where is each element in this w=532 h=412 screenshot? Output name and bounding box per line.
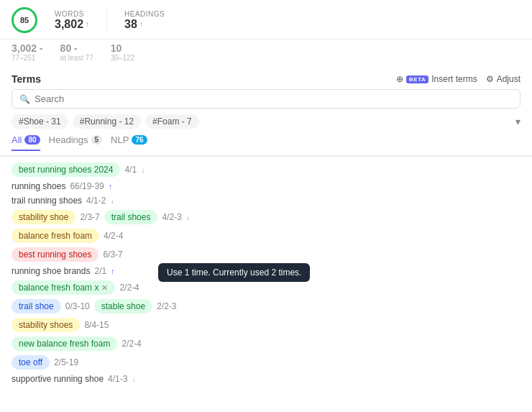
search-box[interactable]: 🔍 [12, 89, 520, 109]
table-row: new balance fresh foam 2/2-4 [12, 337, 520, 351]
term-label: trail running shoes [12, 196, 82, 206]
term-arrow: ↓ [141, 165, 145, 174]
adjust-icon: ⚙ [486, 74, 494, 84]
term-count: 4/2-4 [104, 231, 123, 241]
term-chip-trail-shoes[interactable]: trail shoes [104, 210, 158, 224]
table-row: trail shoe 0/3-10 stable shoe 2/2-3 [12, 299, 520, 313]
tab-headings[interactable]: Headings 5 [49, 134, 103, 151]
chip-x-icon[interactable]: ✕ [101, 283, 108, 293]
partial-stat-2: 80 - at least 77 [60, 42, 93, 62]
tag-foam-label: #Foam - 7 [152, 116, 192, 127]
partial-range-2: at least 77 [60, 54, 93, 62]
tag-filters: #Shoe - 31 #Running - 12 #Foam - 7 ▾ [0, 114, 532, 134]
table-row: trail running shoes 4/1-2 ↓ [12, 196, 520, 206]
adjust-label: Adjust [497, 74, 520, 84]
insert-terms-label: Insert terms [431, 74, 477, 84]
partial-stat-1: 3,002 - 77–251 [12, 42, 43, 62]
tab-nlp-label: NLP [111, 134, 129, 145]
term-count: 66/19-39 [70, 181, 104, 191]
tag-pill-foam[interactable]: #Foam - 7 [145, 114, 199, 129]
term-chip-balance-fresh-foam-x[interactable]: balance fresh foam x ✕ [12, 280, 115, 295]
insert-terms-button[interactable]: ⊕ BETA Insert terms [396, 74, 477, 84]
headings-stat: HEADINGS 38 ↑ [124, 10, 165, 31]
term-arrow: ↑ [111, 267, 115, 275]
tab-all[interactable]: All 80 [12, 134, 40, 151]
table-row: toe off 2/5-19 [12, 355, 520, 370]
words-value-row: 3,802 ↑ [55, 18, 89, 31]
partial-stats-row: 3,002 - 77–251 80 - at least 77 10 30–12… [0, 40, 532, 68]
term-chip-stability-shoes[interactable]: stability shoes [12, 318, 80, 332]
term-count: 2/1 [94, 266, 106, 276]
adjust-button[interactable]: ⚙ Adjust [486, 74, 520, 84]
score-value: 85 [20, 16, 29, 24]
term-chip-new-balance-fresh-foam[interactable]: new balance fresh foam [12, 337, 117, 351]
term-chip-balance-fresh-foam[interactable]: balance fresh foam [12, 229, 99, 243]
term-count: 4/1-2 [86, 196, 106, 206]
beta-badge: BETA [406, 75, 428, 83]
term-count: 6/3-7 [103, 250, 122, 260]
partial-range-1: 77–251 [12, 54, 43, 62]
term-chip-best-running-shoes[interactable]: best running shoes [12, 247, 98, 262]
tag-dropdown-icon[interactable]: ▾ [515, 116, 520, 127]
tabs-row: All 80 Headings 5 NLP 76 [0, 134, 532, 157]
terms-header: Terms ⊕ BETA Insert terms ⚙ Adjust [0, 68, 532, 89]
term-chip-trail-shoe[interactable]: trail shoe [12, 299, 61, 313]
term-chip-toe-off[interactable]: toe off [12, 355, 50, 370]
stat-divider-1 [106, 9, 107, 31]
term-count: 0/3-10 [65, 301, 90, 311]
search-icon: 🔍 [19, 94, 30, 104]
table-row: balance fresh foam 4/2-4 [12, 229, 520, 243]
tag-pill-shoe[interactable]: #Shoe - 31 [12, 114, 68, 129]
tab-nlp[interactable]: NLP 76 [111, 134, 147, 151]
tab-headings-badge: 5 [91, 135, 103, 145]
headings-label: HEADINGS [124, 10, 165, 18]
term-count: 4/1 [124, 165, 137, 175]
words-label: WORDS [55, 10, 89, 18]
tab-all-label: All [12, 134, 22, 145]
table-row: running shoes 66/19-39 ↑ [12, 181, 520, 191]
term-chip-best-running-shoes-2024[interactable]: best running shoes 2024 [12, 162, 120, 177]
tab-headings-label: Headings [49, 134, 88, 145]
term-count: 2/5-19 [54, 357, 78, 367]
terms-actions: ⊕ BETA Insert terms ⚙ Adjust [396, 74, 520, 84]
term-arrow: ↓ [110, 196, 114, 205]
tag-running-label: #Running - 12 [80, 116, 134, 127]
tab-all-badge: 80 [24, 135, 40, 145]
headings-value-row: 38 ↑ [124, 18, 165, 31]
tab-nlp-badge: 76 [132, 135, 147, 145]
table-row: stability shoe 2/3-7 trail shoes 4/2-3 ↓ [12, 210, 520, 224]
term-chip-stability-shoe[interactable]: stability shoe [12, 210, 75, 224]
search-input[interactable] [35, 93, 513, 104]
partial-range-3: 30–122 [111, 54, 134, 62]
term-count: 2/3-7 [80, 212, 99, 222]
tooltip: Use 1 time. Currently used 2 times. [158, 263, 310, 282]
table-row: balance fresh foam x ✕ 2/2-4 [12, 280, 520, 295]
term-count: 2/2-4 [119, 283, 139, 293]
term-count: 2/2-4 [121, 339, 141, 349]
terms-list: best running shoes 2024 4/1 ↓ running sh… [0, 157, 532, 390]
partial-stat-3: 10 30–122 [111, 42, 134, 62]
tag-pill-running[interactable]: #Running - 12 [73, 114, 141, 129]
term-count: 4/1-3 [108, 374, 127, 384]
headings-arrow: ↑ [139, 20, 143, 28]
score-circle: 85 [12, 7, 37, 33]
term-arrow: ↓ [132, 375, 136, 383]
partial-num-3: 10 [111, 42, 134, 54]
words-number: 3,802 [55, 18, 83, 31]
table-row: supportive running shoe 4/1-3 ↓ [12, 374, 520, 384]
table-row: best running shoes 6/3-7 [12, 247, 520, 262]
table-row: best running shoes 2024 4/1 ↓ [12, 162, 520, 177]
tooltip-text: Use 1 time. Currently used 2 times. [167, 267, 301, 278]
term-label: running shoe brands [12, 266, 90, 276]
term-label: running shoes [12, 181, 65, 191]
term-chip-stable-shoe[interactable]: stable shoe [94, 299, 152, 313]
words-arrow: ↑ [86, 20, 89, 28]
insert-icon: ⊕ [396, 74, 403, 84]
term-arrow: ↓ [186, 213, 191, 221]
words-stat: WORDS 3,802 ↑ [55, 10, 89, 31]
term-count: 4/2-3 [162, 212, 181, 222]
tag-shoe-label: #Shoe - 31 [19, 116, 61, 127]
top-stats-bar: 85 WORDS 3,802 ↑ HEADINGS 38 ↑ [0, 0, 532, 40]
table-row: stability shoes 8/4-15 [12, 318, 520, 332]
partial-num-2: 80 - [60, 42, 93, 54]
